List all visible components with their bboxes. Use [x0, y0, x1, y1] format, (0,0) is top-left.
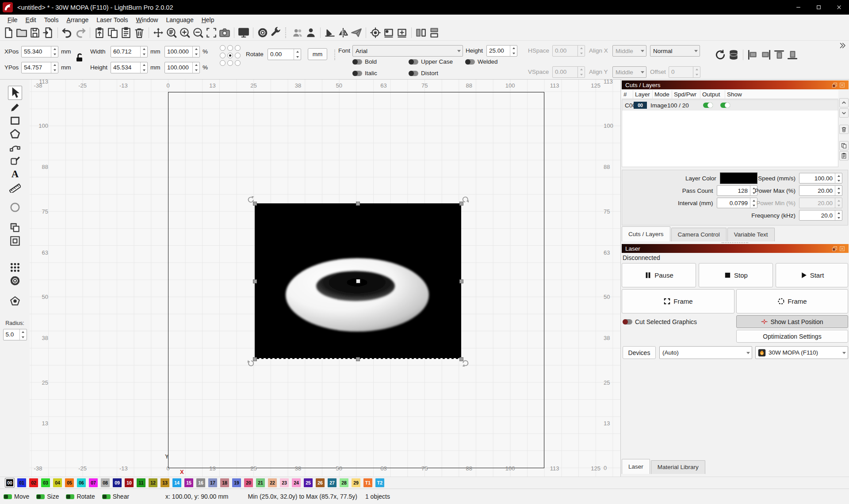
palette-swatch[interactable]: 25	[304, 478, 313, 487]
selection-handle[interactable]	[459, 279, 463, 283]
cut-selected-toggle[interactable]: Cut Selected Graphics	[623, 318, 697, 325]
font-combo[interactable]: Arial	[352, 45, 463, 57]
align-h-icon[interactable]	[415, 27, 427, 39]
offset-field[interactable]: 0	[669, 66, 700, 78]
devices-button[interactable]: Devices	[623, 346, 656, 359]
bold-toggle[interactable]: Bold	[352, 58, 377, 65]
palette-swatch[interactable]: 17	[208, 478, 217, 487]
menu-item[interactable]: Window	[132, 15, 162, 24]
distort-toggle[interactable]: Distort	[409, 70, 438, 76]
frame-selection-icon[interactable]	[205, 27, 218, 39]
vspace-field[interactable]: 0.00	[552, 66, 585, 78]
palette-swatch[interactable]: 22	[268, 478, 277, 487]
height-field[interactable]: 45.534	[111, 62, 148, 73]
menu-item[interactable]: Tools	[40, 15, 63, 24]
cuts-layers-header[interactable]: Cuts / Layers	[622, 80, 849, 89]
delete-icon[interactable]	[133, 27, 145, 39]
user-icon[interactable]	[305, 27, 317, 39]
users-icon[interactable]	[291, 27, 304, 39]
optimization-settings-button[interactable]: Optimization Settings	[736, 330, 848, 343]
align-top-edge-icon[interactable]	[773, 49, 785, 61]
palette-swatch[interactable]: 10	[125, 478, 134, 487]
palette-swatch[interactable]: 05	[65, 478, 74, 487]
palette-swatch[interactable]: 21	[256, 478, 265, 487]
power-max-field[interactable]: 20.00	[799, 185, 842, 196]
pencil-tool-icon[interactable]	[9, 102, 21, 113]
settings-gear-icon[interactable]	[256, 27, 269, 39]
redo-icon[interactable]	[74, 27, 87, 39]
object-center-handle[interactable]	[356, 279, 360, 283]
layer-move-down-button[interactable]	[839, 108, 849, 118]
export-file-icon[interactable]	[42, 27, 54, 39]
rotate-handle[interactable]	[247, 195, 254, 203]
width-field[interactable]: 60.712	[111, 46, 148, 57]
text-style-combo[interactable]: Normal	[650, 45, 700, 57]
palette-swatch[interactable]: 27	[328, 478, 337, 487]
italic-toggle[interactable]: Italic	[352, 70, 377, 76]
mirror-icon[interactable]	[337, 27, 349, 39]
palette-swatch[interactable]: 12	[149, 478, 157, 487]
float-panel-icon[interactable]	[832, 246, 838, 252]
layer-move-up-button[interactable]	[839, 98, 849, 107]
layer-show-toggle[interactable]	[720, 103, 730, 108]
toolbar-icon[interactable]	[743, 50, 743, 60]
undo-icon[interactable]	[61, 27, 73, 39]
palette-swatch[interactable]: 16	[196, 478, 205, 487]
toolbar-icon[interactable]	[411, 27, 412, 38]
device-position-icon[interactable]	[396, 27, 408, 39]
palette-swatch[interactable]: 23	[280, 478, 289, 487]
float-panel-icon[interactable]	[832, 82, 838, 88]
layer-list[interactable]: C00 00 Image 100 / 20	[622, 99, 838, 167]
copy-icon[interactable]	[107, 27, 119, 39]
close-panel-icon[interactable]	[839, 82, 845, 88]
rotate-handle[interactable]	[462, 360, 470, 367]
palette-swatch[interactable]: 11	[137, 478, 145, 487]
laser-header[interactable]: Laser	[622, 244, 849, 253]
align-v-icon[interactable]	[428, 27, 440, 39]
palette-swatch[interactable]: 13	[161, 478, 169, 487]
maximize-button[interactable]	[808, 0, 829, 15]
material-db-icon[interactable]	[727, 49, 740, 61]
palette-swatch[interactable]: 28	[340, 478, 348, 487]
layer-row[interactable]: C00 00 Image 100 / 20	[622, 100, 838, 111]
flag-icon[interactable]	[324, 27, 336, 39]
pause-button[interactable]: Pause	[622, 263, 696, 287]
hspace-field[interactable]: 0.00	[552, 45, 585, 57]
snap-toggle[interactable]: Rotate	[66, 493, 95, 500]
anchor-point-selector[interactable]	[220, 45, 241, 66]
menu-item[interactable]: Laser Tools	[92, 15, 132, 24]
menu-item[interactable]: File	[4, 15, 22, 24]
height-percent-field[interactable]: 100.000	[164, 62, 200, 73]
font-height-field[interactable]: 25.00	[486, 45, 517, 57]
port-combo[interactable]: (Auto)	[659, 346, 752, 359]
layer-delete-button[interactable]	[839, 125, 849, 134]
palette-swatch[interactable]: 14	[172, 478, 181, 487]
zoom-in-icon[interactable]	[179, 27, 191, 39]
measure-tool-icon[interactable]	[9, 181, 21, 193]
focus-target-icon[interactable]	[369, 27, 382, 39]
rotate-handle[interactable]	[462, 195, 470, 203]
sync-icon[interactable]	[714, 49, 727, 61]
close-panel-icon[interactable]	[839, 246, 845, 252]
layer-paste-button[interactable]	[839, 151, 849, 160]
text-tool-icon[interactable]: A	[9, 168, 21, 179]
paste-icon[interactable]	[120, 27, 132, 39]
align-left-edge-icon[interactable]	[746, 49, 759, 61]
trace-tool-icon[interactable]	[9, 295, 21, 307]
show-last-position-button[interactable]: Show Last Position	[736, 315, 848, 328]
tab-material-library[interactable]: Material Library	[651, 460, 705, 474]
menu-item[interactable]: Language	[162, 15, 197, 24]
xpos-field[interactable]: 55.340	[21, 46, 58, 57]
palette-swatch[interactable]: 19	[232, 478, 241, 487]
selection-handle[interactable]	[356, 357, 360, 361]
palette-swatch[interactable]: 03	[41, 478, 50, 487]
palette-swatch[interactable]: 29	[352, 478, 360, 487]
tab-variable-text[interactable]: Variable Text	[727, 228, 775, 241]
palette-swatch[interactable]: 24	[292, 478, 301, 487]
palette-swatch[interactable]: 08	[101, 478, 110, 487]
rotate-handle[interactable]	[247, 360, 254, 367]
device-origin-icon[interactable]	[382, 27, 395, 39]
tools-wrench-icon[interactable]	[270, 27, 282, 39]
snap-toggle[interactable]: Size	[36, 493, 59, 500]
layer-mode[interactable]: Image	[647, 102, 667, 109]
